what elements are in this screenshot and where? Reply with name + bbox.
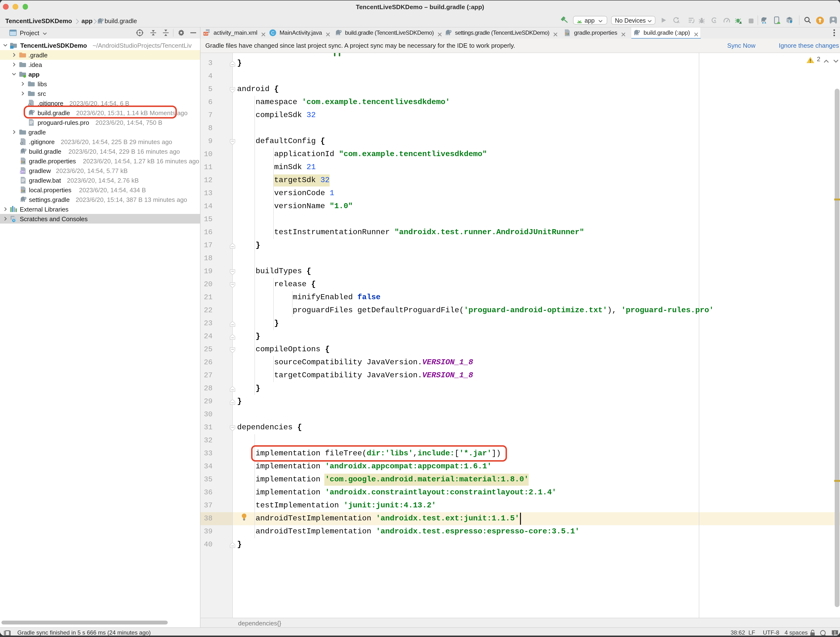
svg-text:A: A bbox=[677, 20, 679, 24]
svg-text:C++: C++ bbox=[19, 170, 25, 173]
svg-text:<>: <> bbox=[204, 32, 208, 36]
svg-text:C: C bbox=[271, 30, 275, 35]
